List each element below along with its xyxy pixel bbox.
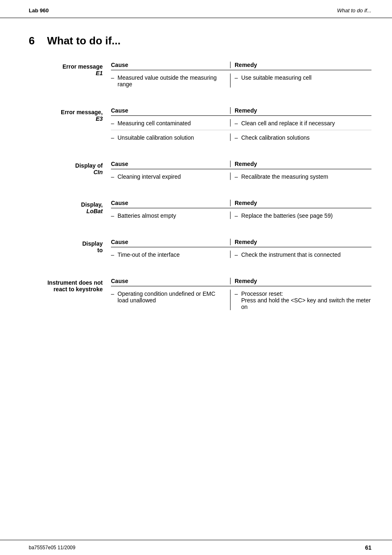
section-label-line1: Error message, bbox=[29, 109, 103, 115]
section-label-display-to: Displayto bbox=[29, 239, 111, 253]
cause-text: Time-out of the interface bbox=[118, 251, 180, 258]
dash-icon: – bbox=[111, 74, 116, 81]
section-label-line1: Display bbox=[29, 240, 103, 247]
chapter-number: 6 bbox=[29, 35, 35, 47]
cause-text: Measuring cell contaminated bbox=[118, 120, 191, 127]
table-header-row: CauseRemedy bbox=[111, 62, 371, 70]
table-header-row: CauseRemedy bbox=[111, 107, 371, 116]
cell-remedy: –Replace the batteries (see page 59) bbox=[230, 212, 371, 219]
section-label-line2: react to keystroke bbox=[29, 286, 103, 292]
table-header-row: CauseRemedy bbox=[111, 278, 371, 286]
section-table-error-e1: CauseRemedy–Measured value outside the m… bbox=[111, 62, 371, 91]
table-row: –Measured value outside the measuring ra… bbox=[111, 70, 371, 91]
section-display-lobat: Display,LoBatCauseRemedy–Batteries almos… bbox=[29, 200, 371, 222]
remedy-text: Processor reset:Press and hold the <SC> … bbox=[241, 290, 371, 310]
col-cause-header: Cause bbox=[111, 107, 230, 114]
section-label-error-e1: Error messageE1 bbox=[29, 62, 111, 76]
page-header: Lab 960 What to do if... bbox=[0, 0, 392, 18]
col-remedy-header: Remedy bbox=[230, 200, 371, 206]
cell-remedy: –Processor reset:Press and hold the <SC>… bbox=[230, 290, 371, 310]
dash-icon: – bbox=[111, 251, 116, 258]
col-cause-header: Cause bbox=[111, 239, 230, 245]
cell-cause: –Measuring cell contaminated bbox=[111, 119, 230, 127]
cause-text: Measured value outside the measuring ran… bbox=[118, 74, 226, 88]
col-cause-header: Cause bbox=[111, 161, 230, 167]
table-row: –Time-out of the interface–Check the ins… bbox=[111, 247, 371, 261]
cell-remedy: –Check the instrument that is connected bbox=[230, 251, 371, 258]
section-display-cln: Display ofCInCauseRemedy–Cleaning interv… bbox=[29, 161, 371, 183]
cell-cause: –Time-out of the interface bbox=[111, 251, 230, 258]
table-header-row: CauseRemedy bbox=[111, 239, 371, 247]
cause-text: Unsuitable calibration solution bbox=[118, 134, 194, 141]
section-label-line1: Display, bbox=[29, 201, 103, 208]
section-table-display-cln: CauseRemedy–Cleaning interval expired–Re… bbox=[111, 161, 371, 183]
cause-text: Operating condition undefined or EMC loa… bbox=[118, 290, 226, 304]
remedy-text: Check the instrument that is connected bbox=[241, 251, 341, 258]
section-label-line1: Error message bbox=[29, 63, 103, 70]
table-row: –Operating condition undefined or EMC lo… bbox=[111, 286, 371, 313]
section-label-line1: Instrument does not bbox=[29, 279, 103, 286]
table-row: –Unsuitable calibration solution–Check c… bbox=[111, 130, 371, 144]
section-instrument-keystroke: Instrument does notreact to keystrokeCau… bbox=[29, 278, 371, 313]
header-right: What to do if... bbox=[337, 7, 371, 14]
section-label-error-e3: Error message,E3 bbox=[29, 107, 111, 122]
col-remedy-header: Remedy bbox=[230, 239, 371, 245]
dash-icon: – bbox=[235, 251, 240, 258]
cell-remedy: –Clean cell and replace it if necessary bbox=[230, 119, 371, 127]
section-label-line1: Display of bbox=[29, 162, 103, 169]
cell-cause: –Unsuitable calibration solution bbox=[111, 134, 230, 141]
section-table-error-e3: CauseRemedy–Measuring cell contaminated–… bbox=[111, 107, 371, 144]
table-row: –Cleaning interval expired–Recalibrate t… bbox=[111, 169, 371, 183]
col-cause-header: Cause bbox=[111, 62, 230, 68]
chapter-title: 6What to do if... bbox=[29, 35, 371, 47]
col-cause-header: Cause bbox=[111, 200, 230, 206]
section-label-display-cln: Display ofCIn bbox=[29, 161, 111, 175]
header-left: Lab 960 bbox=[29, 7, 48, 14]
col-remedy-header: Remedy bbox=[230, 107, 371, 114]
section-label-line2: E3 bbox=[29, 115, 103, 122]
section-label-line2: to bbox=[29, 247, 103, 253]
dash-icon: – bbox=[235, 290, 240, 297]
section-table-display-to: CauseRemedy–Time-out of the interface–Ch… bbox=[111, 239, 371, 261]
section-label-display-lobat: Display,LoBat bbox=[29, 200, 111, 214]
section-error-e3: Error message,E3CauseRemedy–Measuring ce… bbox=[29, 107, 371, 144]
sections-container: Error messageE1CauseRemedy–Measured valu… bbox=[29, 62, 371, 313]
page: Lab 960 What to do if... 6What to do if.… bbox=[0, 0, 392, 555]
section-table-display-lobat: CauseRemedy–Batteries almost empty–Repla… bbox=[111, 200, 371, 222]
dash-icon: – bbox=[235, 173, 240, 180]
cell-cause: –Measured value outside the measuring ra… bbox=[111, 74, 230, 88]
chapter-title-text: What to do if... bbox=[47, 35, 120, 47]
section-label-line2: CIn bbox=[29, 169, 103, 175]
cell-cause: –Batteries almost empty bbox=[111, 212, 230, 219]
dash-icon: – bbox=[111, 212, 116, 219]
cell-remedy: –Check calibration solutions bbox=[230, 134, 371, 141]
dash-icon: – bbox=[235, 74, 240, 81]
dash-icon: – bbox=[235, 120, 240, 127]
section-display-to: DisplaytoCauseRemedy–Time-out of the int… bbox=[29, 239, 371, 261]
col-remedy-header: Remedy bbox=[230, 278, 371, 284]
cause-text: Cleaning interval expired bbox=[118, 173, 181, 180]
table-row: –Batteries almost empty–Replace the batt… bbox=[111, 208, 371, 222]
col-remedy-header: Remedy bbox=[230, 161, 371, 167]
cause-text: Batteries almost empty bbox=[118, 212, 176, 219]
dash-icon: – bbox=[235, 212, 240, 219]
section-label-line2: LoBat bbox=[29, 208, 103, 214]
footer-left: ba75557e05 11/2009 bbox=[29, 545, 75, 550]
remedy-text: Use suitable measuring cell bbox=[241, 74, 311, 81]
page-content: 6What to do if... Error messageE1CauseRe… bbox=[0, 18, 392, 355]
remedy-text: Check calibration solutions bbox=[241, 134, 310, 141]
dash-icon: – bbox=[111, 173, 116, 180]
remedy-text: Replace the batteries (see page 59) bbox=[241, 212, 333, 219]
remedy-text: Recalibrate the measuring system bbox=[241, 173, 328, 180]
remedy-text: Clean cell and replace it if necessary bbox=[241, 120, 335, 127]
table-header-row: CauseRemedy bbox=[111, 200, 371, 208]
col-remedy-header: Remedy bbox=[230, 62, 371, 68]
page-footer: ba75557e05 11/2009 61 bbox=[0, 540, 392, 555]
footer-right: 61 bbox=[365, 544, 371, 551]
cell-remedy: –Recalibrate the measuring system bbox=[230, 173, 371, 180]
cell-cause: –Cleaning interval expired bbox=[111, 173, 230, 180]
section-error-e1: Error messageE1CauseRemedy–Measured valu… bbox=[29, 62, 371, 91]
section-label-line2: E1 bbox=[29, 70, 103, 76]
dash-icon: – bbox=[111, 290, 116, 297]
cell-cause: –Operating condition undefined or EMC lo… bbox=[111, 290, 230, 310]
